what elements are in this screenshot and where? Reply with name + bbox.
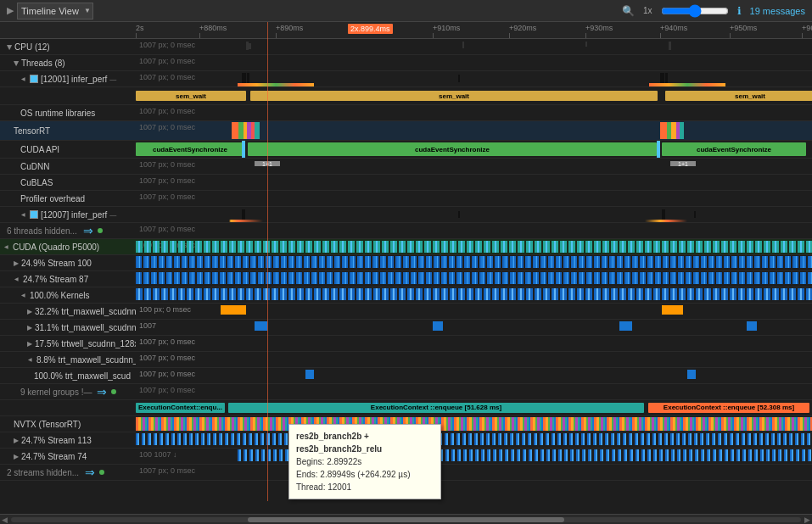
track-content-stream113	[136, 432, 812, 448]
ruler-highlight: 2x.899.4ms	[348, 24, 393, 34]
checkbox-infer12001[interactable]	[30, 75, 38, 83]
expand-kernels-icon[interactable]: ▼	[20, 292, 27, 298]
hscroll-left-btn[interactable]: ◀	[2, 516, 8, 524]
track-content-kernels	[136, 287, 812, 303]
track-content-stream87	[136, 271, 812, 287]
hidden-streams-label: 2 streams hidden... ⇒	[0, 465, 136, 480]
track-content-osruntime: 1007 px; 0 msec	[136, 105, 812, 120]
track-content-trt2: 1007	[136, 320, 812, 335]
track-infer-12007: ▼ [12007] infer_perf —	[0, 207, 812, 223]
threads-hidden-dot	[98, 228, 103, 233]
expand-stream74-icon[interactable]: ▶	[14, 453, 19, 460]
expand-infer12001-icon[interactable]: ▼	[20, 75, 27, 82]
view-selector[interactable]: Timeline View	[17, 3, 93, 20]
cpu-blip-4	[585, 42, 587, 47]
track-content-trt3: 1007 px; 0 msec	[136, 352, 812, 367]
cuda-event-bar-1: cudaEventSynchronize	[136, 142, 244, 156]
track-content-profiler: 1007 px; 0 msec	[136, 191, 812, 206]
horizontal-scrollbar[interactable]: ◀ ▶	[0, 514, 812, 524]
zoom-label: 1x	[643, 6, 652, 15]
track-content-infer12007	[136, 207, 812, 222]
hscroll-track[interactable]	[11, 517, 801, 522]
tensorrt-block11	[680, 122, 684, 139]
track-label-stream87[interactable]: ▼ 24.7% Stream 87	[0, 274, 136, 285]
trt4-bar2	[687, 370, 696, 379]
cudnn-bar1: 1+1	[255, 161, 280, 166]
tracks-container[interactable]: ▶ CPU (12) 1007 px; 0 msec ▶ Threads (8)…	[0, 39, 812, 514]
cuda-event-bar-3: cudaEventSynchronize	[662, 142, 806, 156]
tensorrt-block7	[660, 122, 667, 139]
trt4-bar1	[305, 370, 314, 379]
track-label-cuda-quadro[interactable]: ▼ CUDA (Quadro P5000)	[0, 242, 136, 253]
track-label-kernels[interactable]: ▼ 100.0% Kernels	[0, 290, 136, 301]
track-label-cudaapi: CUDA API	[0, 144, 136, 155]
track-stream113: ▶ 24.7% Stream 113	[0, 432, 812, 449]
track-label-cpu[interactable]: ▶ CPU (12)	[0, 42, 136, 53]
track-content-tensorrt: 1007 px; 0 msec	[136, 121, 812, 140]
track-label-nvtx[interactable]: NVTX (TensorRT)	[0, 419, 136, 430]
cudaapi-seg2	[657, 141, 660, 158]
expand-trt1-icon[interactable]: ▶	[27, 308, 32, 315]
hidden-threads-label: 6 threads hidden... ⇒	[0, 223, 136, 238]
expand-trt2-icon[interactable]: ▶	[27, 324, 32, 332]
trtwell-info: 1007 px; 0 msec	[136, 336, 199, 348]
infer12001-suffix: —	[109, 75, 116, 83]
track-exec-context: ExecutionContext::enqu... ExecutionConte…	[0, 400, 812, 416]
track-label-stream100[interactable]: ▶ 24.9% Stream 100	[0, 258, 136, 269]
infer12001-color-bar	[238, 83, 314, 86]
info-icon: ℹ	[737, 5, 742, 17]
track-label-profiler: Profiler overhead	[0, 193, 136, 204]
track-content-trtwell: 1007 px; 0 msec	[136, 336, 812, 351]
expand-stream113-icon[interactable]: ▶	[14, 437, 19, 444]
expand-trt3-icon[interactable]: ▼	[26, 356, 34, 363]
track-label-stream74[interactable]: ▶ 24.7% Stream 74	[0, 451, 136, 462]
checkbox-infer12007[interactable]	[30, 210, 38, 219]
cudnn-info: 1007 px; 0 msec	[136, 159, 199, 170]
cuda-event-bar-2: cudaEventSynchronize	[248, 142, 657, 156]
track-label-tensorrt[interactable]: TensorRT	[0, 125, 136, 137]
messages-link[interactable]: 19 messages	[750, 6, 805, 16]
expand-infer12007-icon[interactable]: ▼	[20, 211, 27, 218]
trt4-info: 1007 px; 0 msec	[136, 368, 199, 380]
track-label-trt1: ▶ 32.2% trt_maxwell_scudnn...	[0, 306, 136, 317]
track-label-threads[interactable]: ▶ Threads (8)	[0, 58, 136, 69]
expand-trtwell-icon[interactable]: ▶	[27, 340, 32, 348]
expand-stream100-icon[interactable]: ▶	[14, 259, 19, 267]
expand-stream87-icon[interactable]: ▼	[13, 276, 20, 282]
track-label-infer12007[interactable]: ▼ [12007] infer_perf —	[0, 209, 136, 220]
expand-threads-icon[interactable]: ▶	[13, 60, 20, 65]
track-content-cuda-quadro: 1007 px; 0 msec	[136, 239, 812, 254]
expand-kernel-groups-nav[interactable]: ⇒	[97, 385, 107, 399]
track-label-infer12001[interactable]: ▼ [12001] infer_perf —	[0, 74, 136, 85]
expand-streams-nav[interactable]: ⇒	[85, 465, 95, 479]
streams-hidden-dot	[99, 470, 104, 475]
track-label-osruntime: OS runtime libraries	[0, 108, 136, 119]
ruler-tick-6: +930ms	[585, 24, 613, 38]
title-bar-left: ▶ Timeline View ▼	[7, 3, 617, 20]
cpu-blip-3	[462, 42, 464, 48]
exec-context-bar-1: ExecutionContext::enqu...	[136, 403, 225, 414]
trt2-bar4	[747, 321, 757, 331]
threads-info: 1007 px; 0 msec	[136, 55, 199, 67]
track-stream74: ▶ 24.7% Stream 74 100 1007 ↓	[0, 449, 812, 465]
track-content-threads: 1007 px; 0 msec	[136, 55, 812, 70]
track-label-trt4: 100.0% trt_maxwell_scud	[0, 371, 136, 382]
title-bar-right: 🔍 1x ℹ 19 messages	[622, 5, 805, 17]
hscroll-thumb[interactable]	[248, 517, 563, 522]
track-label-stream113[interactable]: ▶ 24.7% Stream 113	[0, 435, 136, 446]
track-label-cublas: CuBLAS	[0, 177, 136, 188]
expand-cpu-icon[interactable]: ▶	[6, 44, 14, 49]
trt2-info: 1007	[136, 320, 160, 332]
hscroll-right-btn[interactable]: ▶	[804, 516, 810, 524]
infer12007-bar1	[242, 209, 245, 220]
track-cuda-api: CUDA API cudaEventSynchronize cudaEventS…	[0, 141, 812, 159]
track-label-trt2: ▶ 31.1% trt_maxwell_scudnn	[0, 322, 136, 333]
track-threads-hidden: 6 threads hidden... ⇒ 1007 px; 0 msec	[0, 223, 812, 239]
timeline-icon: ▶	[7, 5, 14, 16]
infer12007-bar4	[694, 211, 696, 218]
zoom-slider[interactable]	[661, 6, 729, 16]
hidden-kernel-groups-label: 9 kernel groups !— ⇒	[0, 384, 136, 399]
expand-threads-nav[interactable]: ⇒	[83, 224, 93, 237]
expand-cuda-icon[interactable]: ▼	[3, 243, 10, 250]
profiler-info: 1007 px; 0 msec	[136, 191, 199, 203]
